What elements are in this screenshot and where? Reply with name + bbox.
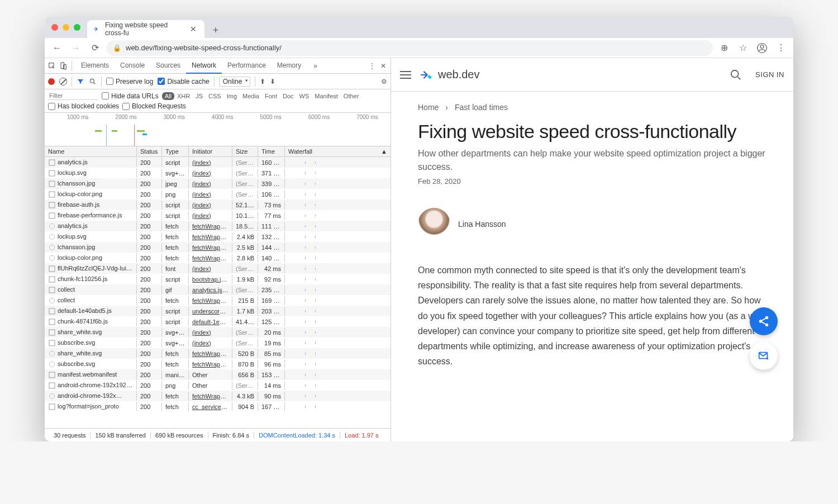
filter-icon[interactable] xyxy=(77,78,84,85)
network-overview[interactable]: 1000 ms2000 ms3000 ms4000 ms5000 ms6000 … xyxy=(45,113,391,146)
hide-data-urls-checkbox[interactable]: Hide data URLs xyxy=(102,92,159,100)
filter-manifest[interactable]: Manifest xyxy=(312,92,341,100)
devtools-tab-performance[interactable]: Performance xyxy=(222,58,272,73)
devtools-tab-elements[interactable]: Elements xyxy=(75,58,115,73)
request-row[interactable]: flUhRq6tzZclQEJ-Vdg-Iui…200font(index)(S… xyxy=(45,263,391,274)
clear-button[interactable] xyxy=(59,78,67,85)
device-icon[interactable] xyxy=(58,62,68,70)
browser-tab[interactable]: Fixing website speed cross-fu ✕ xyxy=(87,20,204,38)
request-row[interactable]: manifest.webmanifest200manif…Other656 B1… xyxy=(45,369,391,380)
filter-all[interactable]: All xyxy=(162,92,174,100)
filter-js[interactable]: JS xyxy=(193,92,206,100)
request-row[interactable]: lockup.svg200svg+…(index)(Servi…371 ms xyxy=(45,168,391,178)
gear-icon xyxy=(49,351,55,356)
summary-load: Load: 1.97 s xyxy=(340,432,383,439)
svg-point-24 xyxy=(759,320,763,324)
search-icon[interactable] xyxy=(730,69,742,81)
upload-icon[interactable]: ⬆ xyxy=(260,78,265,85)
download-icon[interactable]: ⬇ xyxy=(270,78,275,85)
request-row[interactable]: collect200gifanalytics.js:36(Servi…235 m… xyxy=(45,284,391,295)
filter-css[interactable]: CSS xyxy=(206,92,224,100)
blocked-cookies-checkbox[interactable]: Has blocked cookies xyxy=(48,102,119,110)
throttling-select[interactable]: Online xyxy=(219,77,251,87)
request-row[interactable]: firebase-auth.js200script(index)52.1 kB7… xyxy=(45,199,391,210)
more-tabs-icon[interactable]: » xyxy=(308,58,323,73)
request-row[interactable]: chunk-fc110256.js200scriptbootstrap.js:1… xyxy=(45,274,391,284)
bookmark-icon[interactable]: ☆ xyxy=(735,40,751,56)
forward-button[interactable]: → xyxy=(68,40,84,56)
record-button[interactable] xyxy=(48,78,55,85)
devtools-menu-icon[interactable]: ⋮ xyxy=(367,62,377,70)
filter-media[interactable]: Media xyxy=(240,92,262,100)
svg-point-1 xyxy=(760,45,764,48)
filter-input[interactable] xyxy=(48,92,98,100)
filter-doc[interactable]: Doc xyxy=(280,92,297,100)
window-controls xyxy=(51,24,80,31)
request-row[interactable]: firebase-performance.js200script(index)1… xyxy=(45,210,391,221)
request-row[interactable]: subscribe.svg200svg+…(index)(Servi…19 ms xyxy=(45,337,391,348)
profile-icon[interactable] xyxy=(754,40,770,56)
request-row[interactable]: share_white.svg200fetchfetchWrapp…520 B8… xyxy=(45,348,391,359)
signin-button[interactable]: SIGN IN xyxy=(755,70,784,79)
request-row[interactable]: default-1e40abd5.js200scriptunderscore-…… xyxy=(45,306,391,316)
request-row[interactable]: lchansson.jpg200fetchfetchWrapp…2.5 kB14… xyxy=(45,242,391,253)
col-size[interactable]: Size xyxy=(232,146,258,156)
filter-img[interactable]: Img xyxy=(224,92,240,100)
address-bar[interactable]: 🔒 web.dev/fixing-website-speed-cross-fun… xyxy=(106,40,713,56)
col-type[interactable]: Type xyxy=(162,146,189,156)
request-row[interactable]: lockup-color.png200png(index)(Servi…106 … xyxy=(45,189,391,199)
col-time[interactable]: Time xyxy=(258,146,285,156)
devtools-tab-sources[interactable]: Sources xyxy=(150,58,186,73)
blocked-requests-checkbox[interactable]: Blocked Requests xyxy=(122,102,186,110)
request-row[interactable]: lockup.svg200fetchfetchWrapp…2.4 kB132 m… xyxy=(45,231,391,242)
filter-font[interactable]: Font xyxy=(262,92,280,100)
request-row[interactable]: android-chrome-192x192.…200pngOther(Serv… xyxy=(45,380,391,391)
disable-cache-checkbox[interactable]: Disable cache xyxy=(158,78,209,85)
devtools-tab-console[interactable]: Console xyxy=(115,58,150,73)
new-tab-button[interactable]: + xyxy=(208,22,223,38)
menu-icon[interactable] xyxy=(400,71,411,79)
gear-icon xyxy=(49,362,55,367)
summary-transferred: 150 kB transferred xyxy=(91,432,151,439)
inspect-icon[interactable] xyxy=(47,62,57,70)
devtools-tab-memory[interactable]: Memory xyxy=(272,58,307,73)
request-row[interactable]: analytics.js200script(index)(Servi…160 m… xyxy=(45,157,391,168)
col-initiator[interactable]: Initiator xyxy=(189,146,232,156)
request-row[interactable]: chunk-48741f6b.js200scriptdefault-1e4…41… xyxy=(45,316,391,327)
gear-icon xyxy=(49,245,55,250)
reload-button[interactable]: ⟳ xyxy=(87,40,103,56)
settings-icon[interactable]: ⚙ xyxy=(381,78,387,85)
site-logo[interactable]: web.dev xyxy=(419,68,480,82)
back-button[interactable]: ← xyxy=(49,40,65,56)
col-waterfall[interactable]: Waterfall▲ xyxy=(285,146,391,156)
subscribe-fab[interactable] xyxy=(750,342,778,370)
request-row[interactable]: share_white.svg200svg+…(index)(Servi…20 … xyxy=(45,327,391,337)
devtools-tab-network[interactable]: Network xyxy=(186,58,222,74)
author-block: Lina Hansson xyxy=(418,208,766,240)
col-status[interactable]: Status xyxy=(137,146,162,156)
close-window[interactable] xyxy=(51,24,58,31)
request-row[interactable]: analytics.js200fetchfetchWrapp…18.5 kB11… xyxy=(45,221,391,231)
search-icon[interactable] xyxy=(89,78,97,85)
preserve-log-checkbox[interactable]: Preserve log xyxy=(106,78,153,85)
request-row[interactable]: lchansson.jpg200jpeg(index)(Servi…339 ms xyxy=(45,178,391,189)
close-devtools-icon[interactable]: ✕ xyxy=(378,62,388,70)
minimize-window[interactable] xyxy=(63,24,69,31)
col-name[interactable]: Name xyxy=(45,146,137,156)
crumb-home[interactable]: Home xyxy=(418,103,439,112)
request-row[interactable]: lockup-color.png200fetchfetchWrapp…2.8 k… xyxy=(45,253,391,263)
install-icon[interactable]: ⊕ xyxy=(716,40,732,56)
request-row[interactable]: subscribe.svg200fetchfetchWrapp…870 B96 … xyxy=(45,359,391,369)
share-fab[interactable] xyxy=(750,307,778,335)
filter-xhr[interactable]: XHR xyxy=(174,92,193,100)
request-row[interactable]: collect200fetchfetchWrapp…215 B169 ms xyxy=(45,295,391,306)
request-row[interactable]: log?format=json_proto200fetchcc_service.… xyxy=(45,401,391,412)
filter-ws[interactable]: WS xyxy=(297,92,312,100)
close-tab-icon[interactable]: ✕ xyxy=(188,25,199,34)
menu-icon[interactable]: ⋮ xyxy=(773,40,789,56)
filter-other[interactable]: Other xyxy=(341,92,362,100)
site-header: web.dev SIGN IN xyxy=(391,58,793,92)
crumb-section[interactable]: Fast load times xyxy=(455,103,508,112)
request-row[interactable]: android-chrome-192x…200fetchfetchWrapp…4… xyxy=(45,391,391,401)
maximize-window[interactable] xyxy=(74,24,80,31)
